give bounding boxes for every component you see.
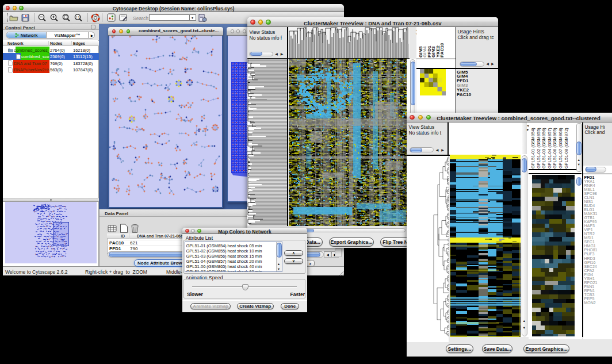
svg-text:1:1: 1:1	[76, 16, 80, 19]
